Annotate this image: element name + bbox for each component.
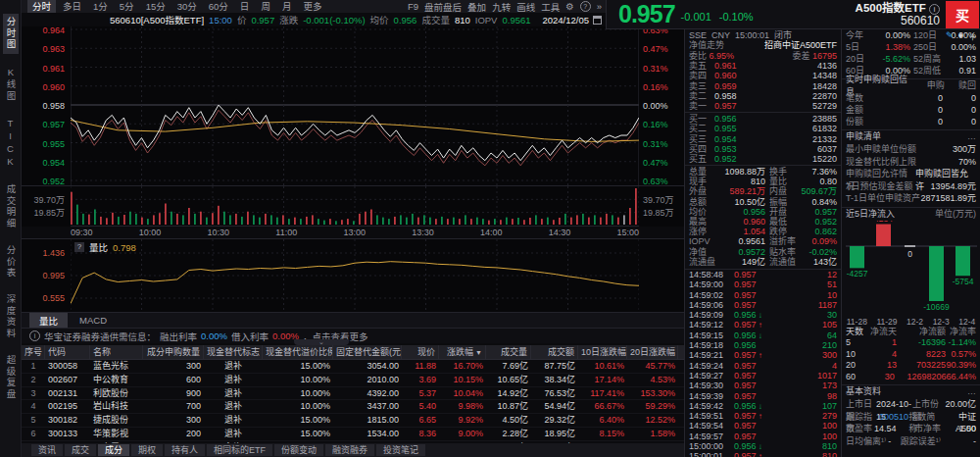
bottom-tab-期权[interactable]: 期权: [131, 444, 163, 456]
period-tab-日[interactable]: 日: [235, 0, 255, 13]
col-header-代码[interactable]: 代码: [45, 345, 90, 359]
col-header-10日涨跌幅[interactable]: 10日涨跌幅: [578, 345, 627, 359]
cell: 15.00%: [263, 428, 333, 440]
rail-item-K线图[interactable]: K线图: [3, 64, 19, 105]
subchart-help-icon[interactable]: ?: [74, 242, 84, 252]
period-tab-月[interactable]: 月: [277, 0, 297, 13]
bottom-tab-份额变动[interactable]: 份额变动: [274, 444, 323, 456]
col-header-涨跌幅[interactable]: 涨跌幅 ▼: [439, 345, 486, 359]
indicator-tab-量比[interactable]: 量比: [29, 313, 68, 329]
ask-row[interactable]: 卖五0.9614136: [685, 61, 841, 71]
cell: 3: [22, 387, 45, 400]
ask-row[interactable]: 卖一0.95752729: [685, 101, 841, 111]
col-header-现金替代溢价比例[interactable]: 现金替代溢价比例: [263, 345, 333, 359]
volume-chart[interactable]: 39.70万39.70万19.85万19.85万: [22, 185, 684, 227]
intraday-price-chart[interactable]: 0.9640.9630.9610.9600.9580.9570.9550.954…: [22, 26, 684, 185]
level-volume: 21332: [812, 134, 837, 144]
period-tab-30分[interactable]: 30分: [172, 0, 202, 13]
col-header-成分申购数量[interactable]: 成分申购数量: [143, 345, 204, 359]
ask-row[interactable]: 卖三0.95918428: [685, 81, 841, 91]
tool-九转[interactable]: 九转: [492, 0, 511, 14]
table-row[interactable]: 1300058蓝色光标300退补15.00%3054.0011.8816.70%…: [22, 360, 684, 374]
bottom-tab-融资融券[interactable]: 融资融券: [325, 444, 374, 456]
edit-icon[interactable]: ✎: [946, 30, 954, 43]
tool-画线[interactable]: 画线: [516, 0, 535, 14]
col-header-成交额[interactable]: 成交额: [531, 345, 578, 359]
col-header-固定替代金额(元)[interactable]: 固定替代金额(元): [333, 345, 402, 359]
table-row[interactable]: 3002131利欧股份900退补10.00%4392.005.3710.04%1…: [22, 387, 684, 401]
col-header-现金替代标志[interactable]: 现金替代标志: [204, 345, 263, 359]
shenshu-more-icon[interactable]: …: [967, 130, 976, 143]
dot-icon[interactable]: ●: [958, 30, 963, 43]
table-row[interactable]: 4002195岩山科技700退补10.00%3437.005.409.98%10…: [22, 400, 684, 414]
basic-more-icon[interactable]: …: [967, 385, 976, 398]
related-fund-link[interactable]: 招商中证A500ETF: [764, 40, 837, 51]
ask-row[interactable]: 卖二0.95822870: [685, 91, 841, 101]
table-row[interactable]: 2002607中公教育600退补10.00%2010.003.6910.15%1…: [22, 374, 684, 387]
margin-info-bar[interactable]: i 华宝证券融券通供需信息： 融出利率 0.00% 借入利率 0.00% ，点击…: [22, 328, 684, 343]
tick-volume: 173: [822, 381, 837, 390]
table-row[interactable]: 6300133华策影视200退补15.00%1534.008.369.00%2.…: [22, 428, 684, 441]
tick-time: 14:58:48: [689, 270, 734, 279]
col-header-序号[interactable]: 序号: [22, 345, 45, 359]
level-price: 0.958: [714, 91, 754, 101]
quote-time: 15:00:01: [735, 30, 769, 40]
splitter-collapse-handle[interactable]: ⌄: [294, 339, 349, 345]
rail-item-TICK[interactable]: TICK: [4, 115, 17, 172]
bottom-tab-资讯[interactable]: 资讯: [31, 444, 63, 456]
bid-row[interactable]: 买四0.9536037: [685, 144, 841, 154]
indicator-tab-MACD[interactable]: MACD: [70, 314, 117, 327]
plus-icon[interactable]: ＋: [968, 30, 977, 43]
bottom-tab-成交[interactable]: 成交: [65, 444, 96, 456]
help-icon[interactable]: ?: [580, 1, 591, 12]
table-row[interactable]: 5300182捷成股份300退补15.00%1815.006.659.92%4.…: [22, 414, 684, 428]
col-header-成交量[interactable]: 成交量: [486, 345, 531, 359]
rail-item-深度资料[interactable]: 深度资料: [3, 291, 19, 342]
cell: 8.15%: [578, 428, 627, 440]
period-tab-更多[interactable]: 更多: [298, 0, 326, 13]
rail-item-成交明细[interactable]: 成交明细: [3, 181, 19, 232]
bottom-tab-相同标的ETF[interactable]: 相同标的ETF: [207, 444, 272, 456]
bottom-tab-持有人[interactable]: 持有人: [165, 444, 205, 456]
period-tab-周[interactable]: 周: [256, 0, 275, 13]
more-tools-icon[interactable]: »: [597, 1, 602, 12]
bid-row[interactable]: 买三0.95421332: [685, 134, 841, 144]
col-header-名称[interactable]: 名称: [90, 345, 143, 359]
tool-工具[interactable]: 工具: [541, 0, 560, 14]
bid-row[interactable]: 买二0.95561832: [685, 124, 841, 133]
ask-row[interactable]: 卖四0.96014348: [685, 71, 841, 80]
period-tab-1分[interactable]: 1分: [88, 0, 113, 13]
bottom-tab-投资笔记[interactable]: 投资笔记: [376, 444, 425, 456]
calendar-icon[interactable]: [593, 16, 602, 25]
gear-icon[interactable]: ⚙: [565, 1, 574, 12]
tool-F9[interactable]: F9: [408, 1, 418, 12]
rail-item-超级复盘[interactable]: 超级复盘: [3, 352, 19, 403]
period-tab-60分[interactable]: 60分: [204, 0, 233, 13]
period-tab-分时[interactable]: 分时: [27, 0, 56, 13]
period-tab-多日[interactable]: 多日: [58, 0, 86, 13]
borrow-rate-label: 借入利率: [231, 330, 269, 343]
liangbi-subchart[interactable]: ? 量比 0.798 1.4360.9950.555: [22, 238, 684, 313]
bid-row[interactable]: 买五0.95215220: [685, 154, 841, 164]
nav-trend-link[interactable]: 净值走势: [689, 40, 724, 51]
iopv-value: 0.9561: [502, 15, 530, 25]
cell: 14.92亿: [486, 387, 531, 400]
tick-time: 14:59:27: [689, 371, 734, 381]
tick-list[interactable]: 14:58:480.9571214:59:000.9575114:59:020.…: [685, 269, 841, 457]
buy-button[interactable]: 买: [946, 1, 979, 28]
tick-row: 15:00:000.956 ↓810: [685, 441, 841, 451]
instrument-info-icon[interactable]: i: [929, 4, 940, 15]
period-tab-15分[interactable]: 15分: [141, 0, 171, 13]
col-header-现价[interactable]: 现价: [402, 345, 439, 359]
rail-item-分价表[interactable]: 分价表: [3, 242, 19, 282]
col-header-20日涨跌幅[interactable]: 20日涨跌幅: [627, 345, 678, 359]
bid-row[interactable]: 买一0.95623885: [685, 114, 841, 124]
tool-叠加[interactable]: 叠加: [467, 0, 486, 14]
period-tab-5分[interactable]: 5分: [115, 0, 139, 13]
bottom-tab-成分[interactable]: 成分: [98, 444, 129, 456]
level-price: 0.956: [714, 114, 754, 124]
tool-盘前盘后[interactable]: 盘前盘后: [424, 0, 462, 14]
date-display[interactable]: 2024/12/05: [542, 15, 589, 25]
rail-item-分时图[interactable]: 分时图: [3, 14, 19, 54]
basic-value[interactable]: 000510: [879, 411, 908, 424]
